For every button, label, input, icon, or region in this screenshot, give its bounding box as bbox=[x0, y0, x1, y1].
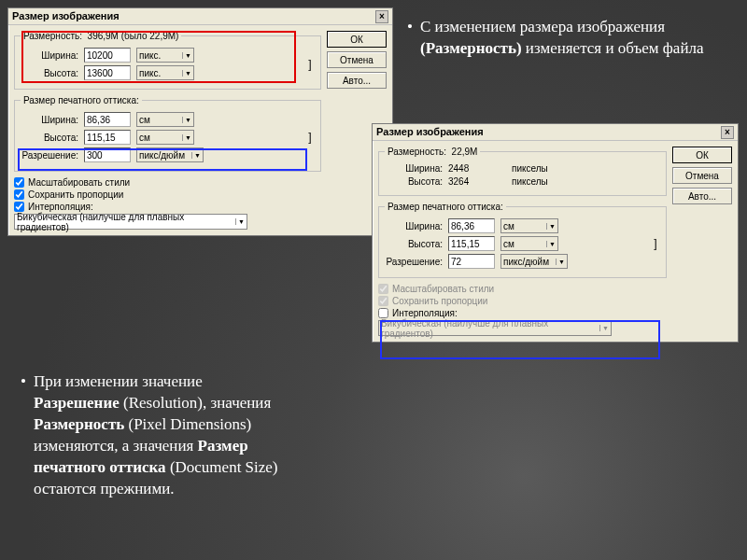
cap1-post: изменяется и объем файла bbox=[522, 39, 704, 57]
cap2-b2: Размерность bbox=[34, 415, 124, 433]
cap2-b1: Разрешение bbox=[34, 394, 120, 412]
titlebar-1: Размер изображения × bbox=[8, 8, 392, 25]
print-size-group: Размер печатного оттиска: Ширина: см▼ Вы… bbox=[378, 202, 667, 278]
constrain-checkbox[interactable] bbox=[14, 189, 24, 200]
scale-styles-label: Масштабировать стили bbox=[28, 177, 130, 188]
caption-2: При изменении значение Разрешение (Resol… bbox=[21, 371, 282, 500]
link-icon: ] bbox=[305, 109, 315, 165]
height-value: 3264 bbox=[448, 176, 495, 187]
interp-select[interactable]: Бикубическая (наилучше для плавных гради… bbox=[14, 214, 247, 230]
chevron-down-icon: ▼ bbox=[191, 152, 201, 159]
res-input[interactable] bbox=[84, 147, 131, 162]
chevron-down-icon: ▼ bbox=[599, 325, 609, 331]
width-unit: пикселы bbox=[512, 163, 548, 174]
chevron-down-icon: ▼ bbox=[182, 134, 191, 141]
pixel-dimensions-group: Размерность: 396,9M (было 22,9M) Ширина:… bbox=[14, 31, 321, 90]
pwidth-label: Ширина: bbox=[385, 221, 443, 231]
dim-value: 22,9M bbox=[452, 147, 478, 157]
pwidth-unit-select[interactable]: см▼ bbox=[500, 218, 558, 233]
pixel-dimensions-group: Размерность: 22,9M Ширина: 2448 пикселы … bbox=[378, 147, 667, 196]
pwidth-input[interactable] bbox=[84, 112, 131, 127]
close-icon[interactable]: × bbox=[375, 10, 388, 23]
res-input[interactable] bbox=[448, 254, 495, 269]
constrain-label: Сохранить пропорции bbox=[392, 296, 487, 306]
res-unit-select[interactable]: пикс/дюйм▼ bbox=[136, 147, 204, 162]
link-icon: ] bbox=[305, 45, 315, 83]
title-1: Размер изображения bbox=[12, 10, 120, 22]
chevron-down-icon: ▼ bbox=[546, 241, 556, 247]
pheight-label: Высота: bbox=[21, 133, 78, 143]
image-size-dialog-1: Размер изображения × Размерность: 396,9M… bbox=[7, 7, 393, 236]
cancel-button[interactable]: Отмена bbox=[327, 51, 387, 68]
titlebar-2: Размер изображения × bbox=[373, 124, 738, 141]
print-size-group: Размер печатного оттиска: Ширина: см▼ Вы… bbox=[14, 95, 321, 172]
ok-button[interactable]: ОК bbox=[672, 147, 732, 163]
interp-label: Интерполяция: bbox=[28, 202, 93, 212]
constrain-checkbox bbox=[378, 296, 388, 306]
scale-styles-checkbox bbox=[378, 284, 388, 294]
res-unit-select[interactable]: пикс/дюйм▼ bbox=[500, 254, 568, 269]
width-label: Ширина: bbox=[21, 50, 78, 61]
pheight-input[interactable] bbox=[448, 236, 495, 251]
cap1-bold: (Размерность) bbox=[420, 39, 522, 57]
height-label: Высота: bbox=[385, 176, 443, 187]
interp-select: Бикубическая (наилучше для плавных гради… bbox=[378, 320, 612, 336]
print-legend: Размер печатного оттиска: bbox=[385, 202, 506, 212]
pheight-unit-select[interactable]: см▼ bbox=[500, 236, 558, 251]
res-label: Разрешение: bbox=[21, 150, 78, 161]
width-unit-select[interactable]: пикс.▼ bbox=[136, 48, 194, 63]
close-icon[interactable]: × bbox=[721, 126, 734, 139]
height-unit-select[interactable]: пикс.▼ bbox=[136, 65, 194, 80]
title-2: Размер изображения bbox=[376, 126, 484, 138]
chevron-down-icon: ▼ bbox=[182, 117, 191, 123]
interp-label: Интерполяция: bbox=[392, 308, 458, 318]
chevron-down-icon: ▼ bbox=[182, 70, 191, 77]
cap1-pre: С изменением размера изображения bbox=[420, 18, 665, 35]
dim-legend: Размерность: bbox=[23, 31, 82, 41]
cap2-p2: (Resolution), значения bbox=[120, 394, 272, 412]
auto-button[interactable]: Авто... bbox=[327, 72, 387, 89]
print-legend: Размер печатного оттиска: bbox=[21, 95, 142, 105]
ok-button[interactable]: ОК bbox=[327, 31, 387, 48]
pheight-unit-select[interactable]: см▼ bbox=[136, 130, 194, 145]
constrain-label: Сохранить пропорции bbox=[28, 189, 123, 200]
cap2-p1: При изменении значение bbox=[34, 372, 203, 390]
width-label: Ширина: bbox=[385, 163, 443, 174]
image-size-dialog-2: Размер изображения × Размерность: 22,9M … bbox=[372, 123, 739, 343]
height-input[interactable] bbox=[84, 65, 131, 80]
pwidth-unit-select[interactable]: см▼ bbox=[136, 112, 194, 127]
pwidth-label: Ширина: bbox=[21, 115, 78, 125]
dim-value: 396,9M (было 22,9M) bbox=[88, 31, 179, 41]
caption-1: С изменением размера изображения (Размер… bbox=[407, 17, 725, 60]
pwidth-input[interactable] bbox=[448, 218, 495, 233]
chevron-down-icon: ▼ bbox=[182, 52, 191, 59]
width-value: 2448 bbox=[448, 163, 495, 174]
cancel-button[interactable]: Отмена bbox=[672, 167, 732, 184]
interp-checkbox[interactable] bbox=[14, 202, 24, 212]
link-icon: ] bbox=[651, 216, 660, 272]
scale-styles-label: Масштабировать стили bbox=[392, 284, 494, 294]
pheight-label: Высота: bbox=[385, 239, 443, 249]
height-label: Высота: bbox=[21, 68, 78, 78]
auto-button[interactable]: Авто... bbox=[672, 188, 732, 204]
pheight-input[interactable] bbox=[84, 130, 131, 145]
scale-styles-checkbox[interactable] bbox=[14, 177, 24, 188]
res-label: Разрешение: bbox=[385, 257, 443, 267]
height-unit: пикселы bbox=[512, 176, 548, 187]
chevron-down-icon: ▼ bbox=[235, 218, 245, 225]
interp-checkbox[interactable] bbox=[378, 308, 388, 318]
chevron-down-icon: ▼ bbox=[546, 223, 556, 230]
width-input[interactable] bbox=[84, 48, 131, 63]
chevron-down-icon: ▼ bbox=[556, 259, 565, 265]
dim-legend: Размерность: bbox=[388, 147, 446, 157]
